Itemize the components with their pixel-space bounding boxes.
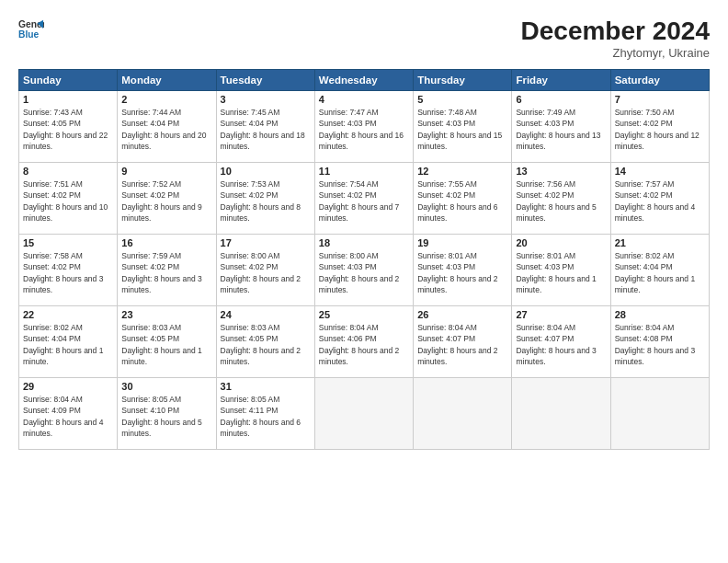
day-number: 6 <box>516 94 606 105</box>
col-monday: Monday <box>118 70 216 91</box>
calendar-week-row: 22Sunrise: 8:02 AMSunset: 4:04 PMDayligh… <box>19 306 710 378</box>
table-row: 1Sunrise: 7:43 AMSunset: 4:05 PMDaylight… <box>19 91 118 163</box>
day-info: Sunrise: 7:52 AMSunset: 4:02 PMDaylight:… <box>121 178 211 224</box>
day-info: Sunrise: 7:53 AMSunset: 4:02 PMDaylight:… <box>221 178 311 224</box>
table-row: 29Sunrise: 8:04 AMSunset: 4:09 PMDayligh… <box>19 378 118 450</box>
day-number: 24 <box>221 309 311 320</box>
location-subtitle: Zhytomyr, Ukraine <box>521 46 710 60</box>
table-row: 19Sunrise: 8:01 AMSunset: 4:03 PMDayligh… <box>414 235 512 306</box>
day-number: 27 <box>516 309 606 320</box>
table-row <box>610 378 709 450</box>
day-number: 19 <box>417 237 507 248</box>
day-number: 13 <box>516 166 606 177</box>
col-friday: Friday <box>512 70 610 91</box>
day-number: 7 <box>615 94 705 105</box>
day-number: 18 <box>319 237 409 248</box>
day-number: 15 <box>23 237 113 248</box>
table-row <box>512 378 610 450</box>
day-number: 8 <box>23 166 113 177</box>
day-info: Sunrise: 7:45 AMSunset: 4:04 PMDaylight:… <box>221 107 311 152</box>
month-title: December 2024 <box>521 17 710 46</box>
day-info: Sunrise: 8:02 AMSunset: 4:04 PMDaylight:… <box>615 250 705 295</box>
day-number: 21 <box>615 237 705 248</box>
day-number: 9 <box>121 166 211 177</box>
col-thursday: Thursday <box>414 70 512 91</box>
calendar-header-row: Sunday Monday Tuesday Wednesday Thursday… <box>19 70 710 91</box>
day-info: Sunrise: 8:04 AMSunset: 4:07 PMDaylight:… <box>417 322 507 367</box>
table-row: 22Sunrise: 8:02 AMSunset: 4:04 PMDayligh… <box>19 306 118 378</box>
day-info: Sunrise: 8:00 AMSunset: 4:03 PMDaylight:… <box>319 250 409 295</box>
day-info: Sunrise: 8:00 AMSunset: 4:02 PMDaylight:… <box>221 250 311 295</box>
table-row: 20Sunrise: 8:01 AMSunset: 4:03 PMDayligh… <box>512 235 610 306</box>
svg-text:Blue: Blue <box>18 29 40 40</box>
day-info: Sunrise: 8:04 AMSunset: 4:08 PMDaylight:… <box>615 322 705 367</box>
table-row: 14Sunrise: 7:57 AMSunset: 4:02 PMDayligh… <box>610 163 709 235</box>
day-info: Sunrise: 7:58 AMSunset: 4:02 PMDaylight:… <box>23 250 113 295</box>
day-info: Sunrise: 8:01 AMSunset: 4:03 PMDaylight:… <box>516 250 606 295</box>
day-number: 4 <box>319 94 409 105</box>
day-info: Sunrise: 7:56 AMSunset: 4:02 PMDaylight:… <box>516 178 606 224</box>
day-info: Sunrise: 8:03 AMSunset: 4:05 PMDaylight:… <box>221 322 311 367</box>
day-info: Sunrise: 8:04 AMSunset: 4:06 PMDaylight:… <box>319 322 409 367</box>
day-info: Sunrise: 7:55 AMSunset: 4:02 PMDaylight:… <box>417 178 507 224</box>
day-info: Sunrise: 7:47 AMSunset: 4:03 PMDaylight:… <box>319 107 409 152</box>
day-number: 1 <box>23 94 113 105</box>
table-row: 4Sunrise: 7:47 AMSunset: 4:03 PMDaylight… <box>314 91 413 163</box>
table-row: 11Sunrise: 7:54 AMSunset: 4:02 PMDayligh… <box>314 163 413 235</box>
day-info: Sunrise: 8:02 AMSunset: 4:04 PMDaylight:… <box>23 322 113 367</box>
day-number: 10 <box>221 166 311 177</box>
day-number: 23 <box>121 309 211 320</box>
day-number: 30 <box>121 381 211 392</box>
day-info: Sunrise: 8:05 AMSunset: 4:10 PMDaylight:… <box>121 394 211 439</box>
table-row: 27Sunrise: 8:04 AMSunset: 4:07 PMDayligh… <box>512 306 610 378</box>
day-number: 20 <box>516 237 606 248</box>
header: General Blue December 2024 Zhytomyr, Ukr… <box>18 17 710 60</box>
table-row: 15Sunrise: 7:58 AMSunset: 4:02 PMDayligh… <box>19 235 118 306</box>
day-number: 22 <box>23 309 113 320</box>
table-row: 18Sunrise: 8:00 AMSunset: 4:03 PMDayligh… <box>314 235 413 306</box>
day-number: 17 <box>221 237 311 248</box>
day-info: Sunrise: 7:44 AMSunset: 4:04 PMDaylight:… <box>121 107 211 152</box>
logo: General Blue <box>18 17 44 42</box>
day-number: 26 <box>417 309 507 320</box>
day-number: 5 <box>417 94 507 105</box>
table-row: 30Sunrise: 8:05 AMSunset: 4:10 PMDayligh… <box>118 378 216 450</box>
day-number: 28 <box>615 309 705 320</box>
col-sunday: Sunday <box>19 70 118 91</box>
day-info: Sunrise: 7:57 AMSunset: 4:02 PMDaylight:… <box>615 178 705 224</box>
day-number: 11 <box>319 166 409 177</box>
table-row: 25Sunrise: 8:04 AMSunset: 4:06 PMDayligh… <box>314 306 413 378</box>
day-number: 25 <box>319 309 409 320</box>
calendar-week-row: 29Sunrise: 8:04 AMSunset: 4:09 PMDayligh… <box>19 378 710 450</box>
day-number: 2 <box>121 94 211 105</box>
table-row: 28Sunrise: 8:04 AMSunset: 4:08 PMDayligh… <box>610 306 709 378</box>
col-tuesday: Tuesday <box>216 70 314 91</box>
table-row: 31Sunrise: 8:05 AMSunset: 4:11 PMDayligh… <box>216 378 314 450</box>
table-row: 9Sunrise: 7:52 AMSunset: 4:02 PMDaylight… <box>118 163 216 235</box>
col-wednesday: Wednesday <box>314 70 413 91</box>
table-row: 21Sunrise: 8:02 AMSunset: 4:04 PMDayligh… <box>610 235 709 306</box>
day-number: 16 <box>121 237 211 248</box>
table-row: 7Sunrise: 7:50 AMSunset: 4:02 PMDaylight… <box>610 91 709 163</box>
calendar-week-row: 1Sunrise: 7:43 AMSunset: 4:05 PMDaylight… <box>19 91 710 163</box>
page: General Blue December 2024 Zhytomyr, Ukr… <box>0 0 728 563</box>
day-info: Sunrise: 7:43 AMSunset: 4:05 PMDaylight:… <box>23 107 113 152</box>
table-row: 5Sunrise: 7:48 AMSunset: 4:03 PMDaylight… <box>414 91 512 163</box>
day-number: 12 <box>417 166 507 177</box>
day-info: Sunrise: 7:54 AMSunset: 4:02 PMDaylight:… <box>319 178 409 224</box>
day-info: Sunrise: 7:50 AMSunset: 4:02 PMDaylight:… <box>615 107 705 152</box>
table-row: 23Sunrise: 8:03 AMSunset: 4:05 PMDayligh… <box>118 306 216 378</box>
col-saturday: Saturday <box>610 70 709 91</box>
day-info: Sunrise: 8:01 AMSunset: 4:03 PMDaylight:… <box>417 250 507 295</box>
day-info: Sunrise: 7:49 AMSunset: 4:03 PMDaylight:… <box>516 107 606 152</box>
title-block: December 2024 Zhytomyr, Ukraine <box>521 17 710 60</box>
table-row: 17Sunrise: 8:00 AMSunset: 4:02 PMDayligh… <box>216 235 314 306</box>
table-row: 10Sunrise: 7:53 AMSunset: 4:02 PMDayligh… <box>216 163 314 235</box>
day-info: Sunrise: 8:03 AMSunset: 4:05 PMDaylight:… <box>121 322 211 367</box>
table-row <box>414 378 512 450</box>
table-row: 12Sunrise: 7:55 AMSunset: 4:02 PMDayligh… <box>414 163 512 235</box>
table-row: 6Sunrise: 7:49 AMSunset: 4:03 PMDaylight… <box>512 91 610 163</box>
table-row: 26Sunrise: 8:04 AMSunset: 4:07 PMDayligh… <box>414 306 512 378</box>
day-info: Sunrise: 8:04 AMSunset: 4:07 PMDaylight:… <box>516 322 606 367</box>
day-number: 14 <box>615 166 705 177</box>
